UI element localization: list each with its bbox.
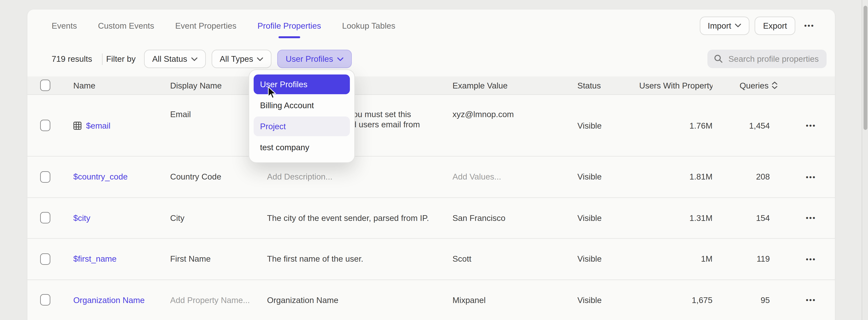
row-more-options-button[interactable]: ••• [806,255,816,263]
sort-icon [772,81,777,89]
search-input[interactable] [728,54,820,64]
chevron-down-icon [191,57,197,61]
tab-events[interactable]: Events [52,21,77,30]
example-value: San Francisco [453,213,578,223]
tab-profile-properties[interactable]: Profile Properties [257,21,321,30]
property-name: $email [86,121,111,130]
menu-item-billing-account[interactable]: Billing Account [254,96,350,115]
column-header-users-with-property: Users With Property [639,81,713,90]
select-all-checkbox[interactable] [40,79,50,91]
table-row: Organization Name Add Property Name... O… [27,280,835,320]
tab-custom-events[interactable]: Custom Events [98,21,154,30]
scrollbar-thumb[interactable] [864,6,867,130]
property-name-link[interactable]: $email [73,121,170,130]
add-values-field[interactable]: Add Values... [453,172,578,182]
table-header: Name Display Name Example Value Status U… [27,76,835,95]
column-header-status: Status [578,81,639,90]
property-name: $first_name [73,254,117,264]
tab-bar: Events Custom Events Event Properties Pr… [27,9,835,41]
import-button-label: Import [708,21,732,30]
tab-event-properties[interactable]: Event Properties [175,21,237,30]
property-name-link[interactable]: $first_name [73,254,170,264]
content-card: Events Custom Events Event Properties Pr… [27,9,835,320]
divider [102,53,102,65]
chevron-down-icon [337,57,343,61]
users-with-property-value: 1,675 [639,295,713,305]
users-with-property-value: 1.31M [639,213,713,223]
status-value: Visible [578,295,639,305]
menu-item-project[interactable]: Project [254,116,350,136]
description: Organization Name [267,295,453,305]
status-filter-dropdown[interactable]: All Status [144,50,206,68]
search-icon [714,54,723,64]
row-more-options-button[interactable]: ••• [806,173,816,181]
profile-type-filter-label: User Profiles [286,54,333,64]
example-value: Mixpanel [453,295,578,305]
tab-lookup-tables[interactable]: Lookup Tables [342,21,395,30]
export-button[interactable]: Export [755,16,795,35]
property-name: $city [73,213,90,223]
chevron-down-icon [257,57,264,61]
status-filter-label: All Status [152,54,187,64]
import-button[interactable]: Import [700,16,750,35]
queries-value: 119 [713,254,779,264]
queries-value: 95 [713,295,779,305]
row-checkbox[interactable] [40,212,50,224]
row-checkbox[interactable] [40,120,50,131]
search-box [707,50,827,68]
description: The first name of the user. [267,254,453,264]
description-fragment: ou must set this [353,109,411,120]
filter-bar: 719 results Filter by All Status All Typ… [27,41,835,76]
status-value: Visible [578,254,639,264]
queries-value: 208 [713,172,779,182]
example-value: xyz@lmnop.com [453,95,578,119]
queries-value: 1,454 [713,121,779,130]
display-name: First Name [170,254,267,264]
property-name: $country_code [73,172,128,182]
display-name: Country Code [170,172,267,182]
status-value: Visible [578,213,639,223]
status-value: Visible [578,172,639,182]
row-more-options-button[interactable]: ••• [806,214,816,222]
vertical-scrollbar[interactable] [862,0,868,320]
table-row: $email Email ou must set this d users em… [27,95,835,156]
column-header-example-value: Example Value [453,81,578,90]
column-header-queries[interactable]: Queries [713,81,779,90]
description: The city of the event sender, parsed fro… [267,213,453,223]
example-value: Scott [453,254,578,264]
display-name: City [170,213,267,223]
profile-type-dropdown-menu: User Profiles Billing Account Project te… [249,69,355,163]
results-count: 719 results [52,54,92,64]
row-more-options-button[interactable]: ••• [806,121,816,129]
add-description-field[interactable]: Add Description... [267,172,453,182]
row-more-options-button[interactable]: ••• [806,296,816,304]
type-filter-label: All Types [220,54,253,64]
profile-properties-page: Events Custom Events Event Properties Pr… [0,0,868,320]
more-horizontal-icon: ••• [804,22,814,29]
menu-item-user-profiles[interactable]: User Profiles [254,74,350,94]
table-row: $country_code Country Code Add Descripti… [27,156,835,198]
add-property-name-field[interactable]: Add Property Name... [170,295,267,305]
status-value: Visible [578,121,639,130]
users-with-property-value: 1M [639,254,713,264]
property-name-link[interactable]: $country_code [73,172,170,182]
chevron-down-icon [735,24,741,27]
row-checkbox[interactable] [40,171,50,182]
row-checkbox[interactable] [40,294,50,306]
property-name-link[interactable]: $city [73,213,170,223]
menu-item-test-company[interactable]: test company [254,138,350,157]
users-with-property-value: 1.76M [639,121,713,130]
property-name: Organization Name [73,295,145,305]
profile-type-filter-dropdown[interactable]: User Profiles [277,50,351,68]
description-fragment: d users email from [352,120,420,130]
queries-value: 154 [713,213,779,223]
row-checkbox[interactable] [40,253,50,264]
queries-header-label: Queries [740,81,769,90]
type-filter-dropdown[interactable]: All Types [211,50,272,68]
table-row: $city City The city of the event sender,… [27,198,835,239]
export-button-label: Export [763,21,787,30]
users-with-property-value: 1.81M [639,172,713,182]
more-options-button[interactable]: ••• [804,22,814,29]
filter-by-label: Filter by [106,54,136,64]
property-name-link[interactable]: Organization Name [73,295,170,305]
